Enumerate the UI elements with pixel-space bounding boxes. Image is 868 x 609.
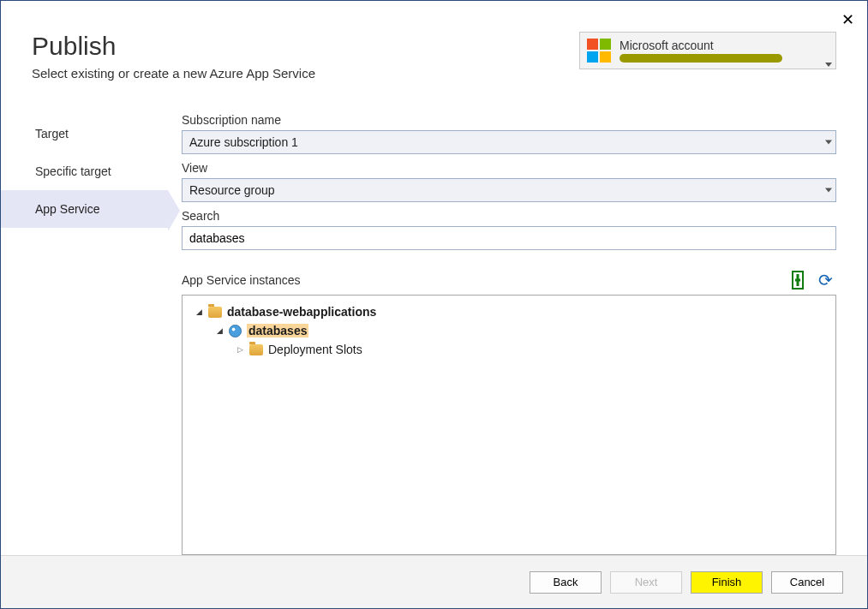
subscription-dropdown[interactable]: Azure subscription 1	[182, 130, 836, 154]
add-instance-button[interactable]	[787, 269, 809, 291]
sidebar-item-label: Specific target	[35, 164, 111, 178]
tree-node-label: database-webapplications	[227, 305, 376, 319]
tree-node-resource-group[interactable]: database-webapplications	[189, 302, 829, 321]
main-panel: Subscription name Azure subscription 1 V…	[168, 106, 867, 555]
tree-node-label: Deployment Slots	[268, 343, 362, 356]
search-input-wrapper	[182, 226, 836, 250]
sidebar-item-app-service[interactable]: App Service	[1, 190, 168, 228]
account-dropdown[interactable]: Microsoft account	[579, 32, 836, 69]
chevron-down-icon	[825, 140, 832, 145]
instances-tree[interactable]: database-webapplications databases Deplo…	[182, 295, 836, 555]
tree-node-app-service[interactable]: databases	[189, 321, 829, 340]
account-email-redacted	[620, 54, 782, 63]
subscription-label: Subscription name	[182, 113, 836, 127]
search-input[interactable]	[189, 227, 813, 249]
sidebar-item-target[interactable]: Target	[1, 115, 168, 152]
expander-closed-icon[interactable]	[234, 343, 246, 355]
expander-open-icon[interactable]	[193, 306, 205, 318]
cancel-button[interactable]: Cancel	[771, 571, 843, 594]
sidebar-item-label: App Service	[35, 202, 99, 216]
folder-icon	[208, 307, 222, 318]
folder-icon	[249, 344, 263, 355]
next-button: Next	[610, 571, 682, 594]
tree-node-label: databases	[247, 324, 308, 337]
refresh-button[interactable]: ⟳	[814, 269, 836, 291]
instances-label: App Service instances	[182, 273, 781, 287]
view-value: Resource group	[189, 183, 813, 197]
tree-node-deployment-slots[interactable]: Deployment Slots	[189, 340, 829, 359]
dialog-footer: Back Next Finish Cancel	[1, 555, 867, 608]
wizard-sidebar: Target Specific target App Service	[1, 106, 168, 555]
publish-dialog: ✕ Publish Select existing or create a ne…	[0, 0, 868, 609]
search-label: Search	[182, 209, 836, 223]
microsoft-logo-icon	[587, 39, 611, 63]
appservice-icon	[229, 325, 242, 337]
plus-icon	[792, 271, 804, 290]
expander-open-icon[interactable]	[213, 325, 225, 337]
view-label: View	[182, 161, 836, 175]
chevron-down-icon	[825, 188, 832, 193]
back-button[interactable]: Back	[530, 571, 602, 594]
dialog-header: Publish Select existing or create a new …	[1, 1, 867, 98]
refresh-icon: ⟳	[818, 272, 833, 289]
account-label: Microsoft account	[620, 39, 820, 53]
finish-button[interactable]: Finish	[691, 571, 763, 594]
sidebar-item-specific-target[interactable]: Specific target	[1, 152, 168, 190]
view-dropdown[interactable]: Resource group	[182, 178, 836, 202]
subscription-value: Azure subscription 1	[189, 135, 813, 149]
chevron-down-icon	[825, 63, 832, 67]
sidebar-item-label: Target	[35, 127, 69, 140]
